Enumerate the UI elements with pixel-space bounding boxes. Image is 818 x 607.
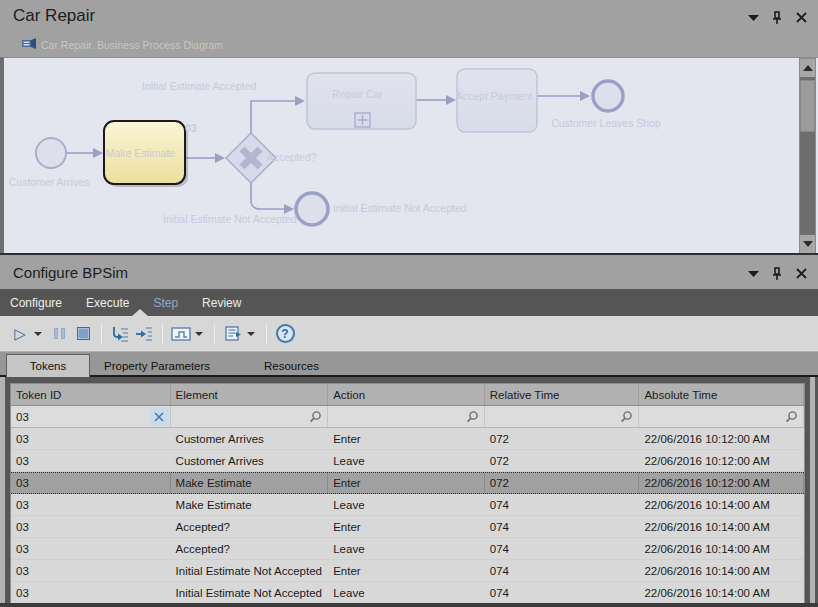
close-icon[interactable] [794,10,808,24]
play-icon: ▷ [14,326,26,341]
help-button[interactable]: ? [274,322,296,346]
column-header-relative-time[interactable]: Relative Time [485,384,640,405]
menu-step[interactable]: Step [153,296,178,310]
run-dropdown-icon[interactable] [34,332,42,336]
table-row[interactable]: 03 Initial Estimate Not Accepted Enter 0… [11,560,804,582]
menu-execute[interactable]: Execute [86,296,129,310]
search-icon[interactable] [620,410,633,425]
table-row[interactable]: 03 Customer Arrives Enter 072 22/06/2016… [11,428,804,450]
step-over-icon [135,326,153,342]
toolbar-separator [214,324,215,344]
toolbar-separator [266,324,267,344]
bpsim-config-button[interactable] [222,322,244,346]
window-title: Car Repair [13,6,95,26]
pin-icon[interactable] [770,266,784,280]
step-over-button[interactable] [133,322,155,346]
bpsim-config-dropdown-icon[interactable] [247,332,255,336]
help-icon: ? [276,324,295,343]
filter-relative-time-input[interactable] [485,406,640,427]
panel-frame-right [810,377,815,603]
label-customer-arrives: Customer Arrives [8,176,90,188]
bpsim-config-icon [224,325,242,342]
pause-icon [54,328,65,339]
token-count-badge: 03 [185,122,197,134]
clear-filter-icon[interactable] [150,407,169,426]
diagram-vertical-scrollbar[interactable] [799,58,816,254]
search-icon[interactable] [466,410,479,425]
bpsim-window-controls [746,266,808,280]
panel-frame-left [0,377,5,603]
close-icon[interactable] [794,266,808,280]
table-filter-row: 03 [11,406,804,428]
label-make-estimate[interactable]: Make Estimate [100,121,181,184]
start-event-customer-arrives[interactable] [36,138,66,168]
arrow-up-icon [803,65,813,71]
step-window-button[interactable] [170,322,192,346]
label-customer-leaves-shop: Customer Leaves Shop [550,117,662,129]
label-accept-payment: Accept Payment [451,90,537,102]
bpsim-toolbar: ▷ [0,316,818,352]
run-button[interactable]: ▷ [9,322,31,346]
step-into-icon [111,326,129,342]
bpsim-tabstrip: Tokens Property Parameters Resources [0,352,818,377]
stop-icon [77,327,90,340]
table-header-row: Token ID Element Action Relative Time Ab… [11,384,804,406]
tab-resources[interactable]: Resources [264,354,319,377]
breadcrumb: Car Repair. Business Process Diagram [0,32,818,57]
active-menu-notch [132,309,148,316]
column-header-element[interactable]: Element [171,384,329,405]
window-controls [746,10,808,24]
bpmn-canvas[interactable]: Customer Arrives Make Estimate 03 Accept… [0,57,818,253]
breadcrumb-text: Car Repair. Business Process Diagram [41,39,223,51]
column-header-token-id[interactable]: Token ID [11,384,171,405]
bottom-strip [0,603,818,607]
chevron-down-icon[interactable] [746,266,760,280]
table-body: 03 Customer Arrives Enter 072 22/06/2016… [11,428,804,604]
label-flow-not-accepted: Initial Estimate Not Accepted [163,213,253,226]
menu-review[interactable]: Review [202,296,241,310]
label-gateway-accepted: Accepted? [267,151,317,163]
search-icon[interactable] [309,410,322,425]
scroll-down-button[interactable] [800,235,815,253]
column-header-absolute-time[interactable]: Absolute Time [639,384,804,405]
table-row[interactable]: 03 Make Estimate Enter 072 22/06/2016 10… [11,472,804,494]
filter-action-input[interactable] [328,406,485,427]
diagram-type-icon [22,36,37,54]
table-row[interactable]: 03 Accepted? Enter 074 22/06/2016 10:14:… [11,516,804,538]
bpsim-titlebar: Configure BPSim [0,256,818,289]
toolbar-separator [162,324,163,344]
label-flow-initial-estimate-accepted: Initial Estimate Accepted [142,80,256,92]
bpsim-window-title: Configure BPSim [13,264,128,281]
filter-element-input[interactable] [171,406,329,427]
column-header-action[interactable]: Action [328,384,485,405]
table-row[interactable]: 03 Accepted? Leave 074 22/06/2016 10:14:… [11,538,804,560]
tab-property-parameters[interactable]: Property Parameters [104,354,210,377]
arrow-down-icon [803,241,813,247]
end-event-not-accepted[interactable] [296,193,328,225]
bpsim-menubar: Configure Execute Step Review [0,289,818,316]
car-repair-titlebar: Car Repair [0,0,818,32]
stop-button[interactable] [72,322,94,346]
bpsim-window: Configure BPSim [0,255,818,607]
filter-token-id-input[interactable]: 03 [11,406,171,427]
end-event-customer-leaves[interactable] [593,81,623,111]
scrollbar-thumb[interactable] [800,80,815,132]
tab-tokens[interactable]: Tokens [6,354,90,377]
pause-button[interactable] [48,322,70,346]
menu-configure[interactable]: Configure [10,296,62,310]
search-icon[interactable] [785,410,798,425]
step-window-icon [171,327,191,341]
step-into-button[interactable] [109,322,131,346]
table-row[interactable]: 03 Customer Arrives Leave 072 22/06/2016… [11,450,804,472]
label-repair-car: Repair Car [303,88,412,100]
scroll-up-button[interactable] [800,59,815,77]
pin-icon[interactable] [770,10,784,24]
chevron-down-icon[interactable] [746,10,760,24]
step-window-dropdown-icon[interactable] [195,332,203,336]
toolbar-separator [101,324,102,344]
table-row[interactable]: 03 Initial Estimate Not Accepted Leave 0… [11,582,804,604]
screen: Car Repair [0,0,818,607]
table-row[interactable]: 03 Make Estimate Leave 074 22/06/2016 10… [11,494,804,516]
tokens-table: Token ID Element Action Relative Time Ab… [10,383,805,605]
filter-absolute-time-input[interactable] [639,406,804,427]
